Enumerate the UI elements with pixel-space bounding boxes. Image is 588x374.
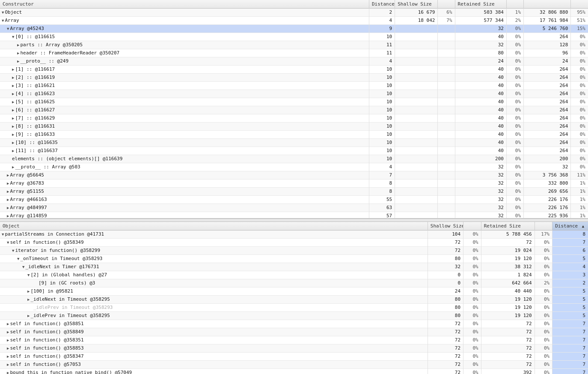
expand-icon[interactable]: ▶ [17,42,19,48]
expand-icon[interactable]: ▼ [17,255,19,262]
table-row[interactable]: ▶__proto__ :: @2494240%240% [0,57,588,66]
table-row[interactable]: ▶self in function() @358351720%720%7 [0,336,588,344]
expand-icon[interactable]: ▶ [7,320,9,327]
table-row[interactable]: ▶[4] :: @11662310400%2640% [0,90,588,98]
table-row[interactable]: ▼self in function() @358349720%720%7 [0,239,588,247]
expand-icon[interactable]: ▶ [12,131,14,138]
top-table-section[interactable]: Constructor Distance Shallow Size Retain… [0,0,588,218]
table-row[interactable]: [9] in (GC roots) @300%642 6642%2 [0,279,588,287]
expand-icon[interactable]: ▶ [7,180,9,187]
expand-icon[interactable]: ▼ [12,33,14,40]
table-row[interactable]: ▶[5] :: @11662510400%2640% [0,98,588,106]
table-row[interactable]: ▼[2] in (Global handles) @2700%1 8240%3 [0,271,588,279]
table-row[interactable]: ▶[2] :: @11661910400%2640% [0,74,588,82]
expand-icon[interactable]: ▶ [7,172,9,179]
expand-icon[interactable]: ▶ [12,66,14,73]
table-row[interactable]: ▼_idleNext in Timer @176731320%38 3120%4 [0,263,588,271]
table-row[interactable]: ▶_idleNext in Timeout @358295800%19 1200… [0,296,588,304]
expand-icon[interactable]: ▶ [7,212,9,218]
table-row[interactable]: ▶Array @367838320%332 8001% [0,180,588,188]
table-row[interactable]: ▶self in function() @358853720%720%7 [0,344,588,353]
col-header-object[interactable]: Object [0,222,428,230]
expand-icon[interactable]: ▶ [27,288,30,295]
expand-icon[interactable]: ▶ [7,369,9,374]
expand-icon[interactable]: ▶ [7,353,9,360]
table-row[interactable]: ▶Array @46616355320%226 1761% [0,196,588,204]
expand-icon[interactable]: ▼ [2,231,4,238]
expand-icon[interactable]: ▶ [12,147,14,154]
col-header-shallow-size[interactable]: Shallow Size [395,0,438,9]
bottom-table-section[interactable]: Object Shallow Size Retained Size Distan… [0,222,588,374]
expand-icon[interactable]: ▶ [27,312,30,319]
table-row[interactable]: ▶[10] :: @11663510400%2640% [0,139,588,147]
table-row[interactable]: ▶__proto__ :: Array @5034320%320% [0,163,588,171]
expand-icon[interactable]: ▶ [12,82,14,89]
table-row[interactable]: ▶[9] :: @11663310400%2640% [0,131,588,139]
table-row[interactable]: ▼[0] :: @11661510400%2640% [0,33,588,41]
table-row[interactable]: ▶Array @566457320%3 756 36811% [0,171,588,180]
expand-icon[interactable]: ▼ [2,9,4,16]
expand-icon[interactable]: ▶ [7,329,9,335]
col-header-retained-size-b[interactable]: Retained Size [481,222,535,230]
expand-icon[interactable]: ▼ [27,272,30,278]
bottom-table-header-row[interactable]: Object Shallow Size Retained Size Distan… [0,222,588,230]
table-row[interactable]: ▶_idlePrev in Timeout @358295800%19 1200… [0,312,588,320]
col-header-shallow-size-b[interactable]: Shallow Size [428,222,463,230]
expand-icon[interactable]: ▼ [7,239,9,246]
table-row[interactable]: ▶self in function() @358347720%720%7 [0,353,588,361]
table-row[interactable]: ▼Array @452439320%5 246 76015% [0,25,588,33]
expand-icon[interactable]: ▶ [12,139,14,146]
expand-icon[interactable]: ▶ [12,164,14,171]
table-row[interactable]: ▶[7] :: @11662910400%2640% [0,114,588,123]
cell-object: ▶_idlePrev in Timeout @358295 [0,312,428,320]
expand-icon[interactable]: ▶ [7,196,9,203]
table-row[interactable]: ▶header :: FrameHeaderReader @3502071180… [0,49,588,57]
table-row[interactable]: ▼Object216 6796%503 3841%32 806 88095% [0,9,588,17]
table-row[interactable]: ▶[11] :: @11663710400%2640% [0,147,588,155]
table-row[interactable]: ▶self in function() @57053720%720%7 [0,361,588,369]
table-row[interactable]: ▶Array @11485957320%225 9361% [0,212,588,219]
col-header-distance-b[interactable]: Distance ▲ [552,222,588,230]
table-row[interactable]: elements :: (object elements)[] @1166391… [0,155,588,163]
table-row[interactable]: ▼partialStreams in Connection @417311040… [0,230,588,239]
expand-icon[interactable]: ▶ [7,337,9,344]
table-row[interactable]: ▶[6] :: @11662710400%2640% [0,106,588,114]
top-table-header-row[interactable]: Constructor Distance Shallow Size Retain… [0,0,588,9]
expand-icon[interactable]: ▶ [12,74,14,81]
col-header-constructor[interactable]: Constructor [0,0,369,9]
table-row[interactable]: ▶Array @511558320%269 6561% [0,188,588,196]
table-row[interactable]: ▶[3] :: @11662110400%2640% [0,82,588,90]
expand-icon[interactable]: ▼ [7,25,9,32]
expand-icon[interactable]: ▶ [7,204,9,211]
cell-object: ▶self in function() @57053 [0,361,428,369]
table-row[interactable]: _idlePrev in Timeout @358293800%19 1200%… [0,304,588,312]
expand-icon[interactable]: ▼ [2,17,4,24]
expand-icon[interactable]: ▶ [12,107,14,114]
expand-icon[interactable]: ▶ [17,58,19,65]
expand-icon[interactable]: ▶ [7,188,9,195]
expand-icon[interactable]: ▶ [12,115,14,122]
table-row[interactable]: ▶bound_this in function native_bind() @5… [0,369,588,374]
table-row[interactable]: ▶[1] :: @11661710400%2640% [0,66,588,74]
expand-icon[interactable]: ▶ [12,90,14,97]
table-row[interactable]: ▶Array @48499763320%226 1761% [0,204,588,212]
table-row[interactable]: ▶self in function() @358849720%720%7 [0,328,588,336]
expand-icon[interactable]: ▶ [12,99,14,105]
expand-icon[interactable]: ▶ [17,50,19,57]
table-row[interactable]: ▶[8] :: @11663110400%2640% [0,123,588,131]
table-row[interactable]: ▶parts :: Array @35020511320%1280% [0,41,588,49]
col-header-distance[interactable]: Distance [369,0,395,9]
expand-icon[interactable]: ▶ [7,345,9,352]
col-header-retained-size2[interactable] [524,0,571,9]
expand-icon[interactable]: ▼ [12,247,14,254]
expand-icon[interactable]: ▶ [27,296,30,303]
expand-icon[interactable]: ▶ [7,361,9,368]
table-row[interactable]: ▼iterator in function() @358299720%19 02… [0,247,588,255]
table-row[interactable]: ▶[100] in @95821240%40 4400%5 [0,287,588,296]
table-row[interactable]: ▼_onTimeout in Timeout @358293800%19 120… [0,255,588,263]
expand-icon[interactable]: ▶ [12,123,14,130]
table-row[interactable]: ▼Array418 0427%577 3442%17 761 98451% [0,17,588,25]
table-row[interactable]: ▶self in function() @358851720%720%7 [0,320,588,328]
col-header-retained-size[interactable]: Retained Size [455,0,506,9]
expand-icon[interactable]: ▼ [22,263,24,270]
